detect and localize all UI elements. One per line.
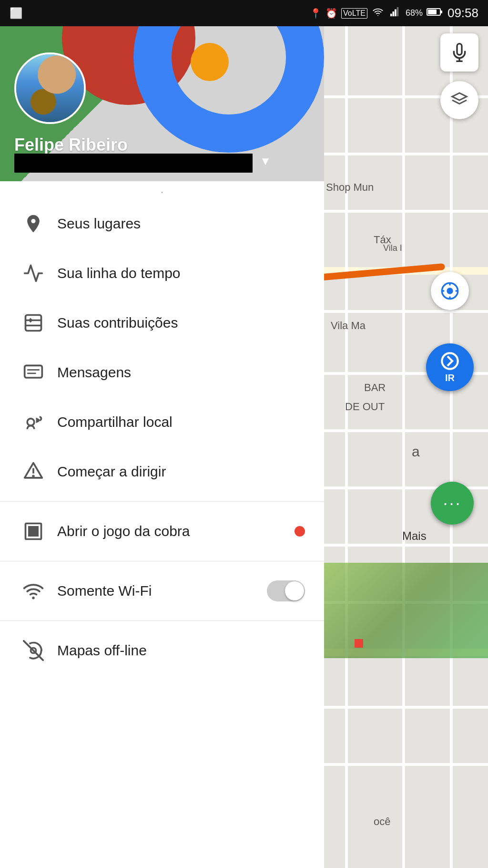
map-mais-label: Mais — [402, 529, 427, 543]
menu-item-comecar-dirigir[interactable]: Começar a dirigir — [0, 447, 324, 496]
svg-point-20 — [33, 475, 34, 476]
menu-item-mensagens[interactable]: Mensagens — [0, 348, 324, 397]
go-button[interactable]: IR — [426, 343, 474, 391]
svg-point-16 — [27, 419, 34, 426]
menu-item-compartilhar[interactable]: Compartilhar local — [0, 397, 324, 447]
signal-icon — [388, 7, 402, 20]
dropdown-arrow-icon[interactable]: ▼ — [260, 155, 271, 168]
svg-rect-24 — [29, 532, 32, 536]
volte-icon: VoLTE — [341, 8, 367, 19]
profile-name: Felipe Ribeiro — [14, 135, 128, 155]
notification-badge — [295, 526, 305, 537]
menu-item-mapas-offline[interactable]: Mapas off-line — [0, 626, 324, 675]
drive-icon — [19, 461, 48, 482]
menu-label-sua-linha: Sua linha do tempo — [57, 265, 181, 281]
svg-rect-34 — [440, 10, 442, 13]
menu-item-sua-linha[interactable]: Sua linha do tempo — [0, 248, 324, 298]
drawer-menu: • Seus lugares Sua linha do tempo — [0, 181, 324, 868]
menu-label-jogo-cobra: Abrir o jogo da cobra — [57, 523, 190, 539]
navigation-drawer: Felipe Ribeiro ▼ • Seus lugares Sua linh… — [0, 0, 324, 868]
status-bar: ⬜ 📍 ⏰ VoLTE 68% — [0, 0, 488, 26]
battery-percentage: 68% — [406, 8, 423, 18]
status-time: 09:58 — [447, 6, 478, 21]
menu-item-seus-lugares[interactable]: Seus lugares — [0, 199, 324, 248]
email-bar — [14, 154, 253, 173]
location-button[interactable] — [431, 272, 469, 310]
svg-line-27 — [24, 641, 43, 660]
map-label-a: a — [412, 444, 420, 460]
svg-point-9 — [442, 353, 458, 369]
divider-1 — [0, 501, 324, 502]
go-label: IR — [445, 372, 455, 383]
svg-rect-10 — [26, 315, 41, 331]
drawer-header: Felipe Ribeiro ▼ — [0, 0, 324, 181]
svg-point-4 — [447, 289, 452, 293]
menu-label-seus-lugares: Seus lugares — [57, 216, 141, 232]
share-location-icon — [19, 412, 48, 433]
svg-rect-29 — [390, 14, 392, 16]
menu-label-compartilhar: Compartilhar local — [57, 414, 173, 430]
menu-item-jogo-cobra[interactable]: Abrir o jogo da cobra — [0, 506, 324, 556]
contributions-icon — [19, 312, 48, 333]
svg-rect-35 — [428, 10, 437, 14]
map-label-deout: DE OUT — [345, 401, 385, 413]
messages-icon — [19, 362, 48, 383]
svg-rect-23 — [34, 527, 38, 530]
alarm-icon: ⏰ — [325, 8, 337, 19]
battery-icon — [427, 7, 443, 19]
menu-label-mapas-offline: Mapas off-line — [57, 642, 147, 659]
pin-icon — [19, 213, 48, 234]
svg-rect-30 — [392, 11, 394, 16]
map-label-vilamat: Vila Ma — [331, 320, 366, 332]
map-label-voce: ocê — [374, 816, 390, 828]
menu-item-wifi[interactable]: Somente Wi-Fi — [0, 566, 324, 616]
map-background: Shop Mun Táx Vila I Vila Ma BAR DE OUT a… — [316, 0, 488, 868]
status-icons: 📍 ⏰ VoLTE 68% — [310, 7, 443, 20]
offline-maps-icon — [19, 640, 48, 661]
wifi-status-icon — [371, 7, 385, 20]
menu-label-wifi: Somente Wi-Fi — [57, 583, 152, 599]
menu-label-comecar-dirigir: Começar a dirigir — [57, 464, 166, 480]
svg-rect-32 — [397, 7, 399, 16]
menu-label-contribuicoes: Suas contribuições — [57, 315, 178, 331]
menu-item-contribuicoes[interactable]: Suas contribuições — [0, 298, 324, 348]
svg-marker-2 — [452, 93, 467, 100]
divider-2 — [0, 561, 324, 561]
svg-rect-31 — [395, 10, 396, 17]
snake-game-icon — [19, 521, 48, 542]
menu-label-mensagens: Mensagens — [57, 364, 131, 381]
wifi-icon — [19, 580, 48, 601]
svg-rect-25 — [34, 532, 38, 536]
timeline-icon — [19, 263, 48, 284]
mic-button[interactable] — [440, 33, 478, 72]
more-button[interactable]: ··· — [431, 482, 474, 525]
map-label-shop: Shop Mun — [326, 181, 374, 194]
location-status-icon: 📍 — [310, 8, 322, 19]
divider-3 — [0, 620, 324, 621]
svg-rect-13 — [25, 365, 42, 378]
screen-icon: ⬜ — [10, 7, 22, 20]
wifi-toggle[interactable] — [267, 580, 305, 601]
layers-button[interactable] — [440, 81, 478, 119]
avatar[interactable] — [14, 52, 86, 124]
map-label-bar: BAR — [364, 382, 386, 394]
svg-point-17 — [37, 420, 39, 422]
map-label-vila: Vila I — [383, 243, 402, 253]
svg-rect-22 — [29, 527, 32, 530]
menu-dot: • — [0, 186, 324, 199]
